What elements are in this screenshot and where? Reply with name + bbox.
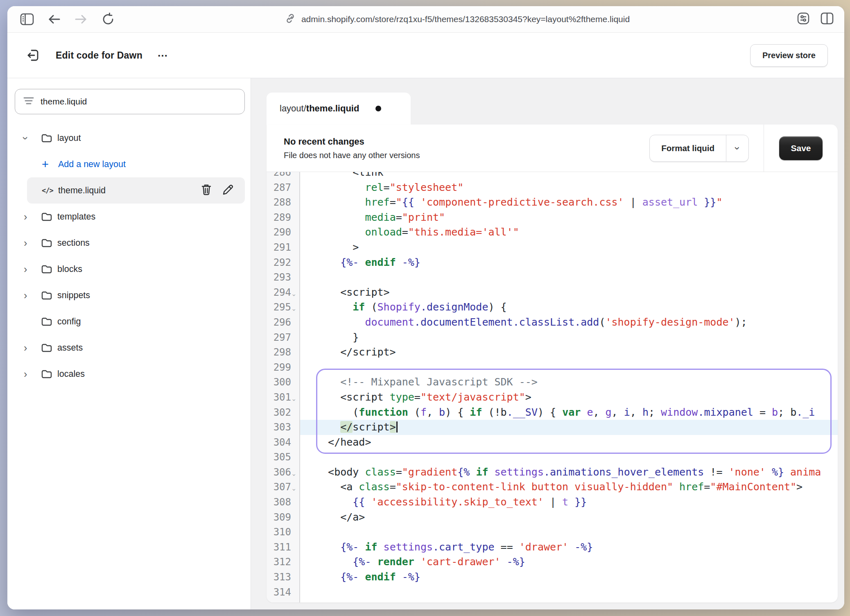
code-line-304[interactable]: </head> xyxy=(300,435,838,450)
editor-card: No recent changes File does not have any… xyxy=(267,125,838,602)
line-number-gutter: 286287288289290291292293294›295›29629729… xyxy=(267,172,300,602)
address-bar[interactable]: admin.shopify.com/store/rzq1xu-f5/themes… xyxy=(126,13,789,25)
tab-theme-liquid[interactable]: layout/theme.liquid xyxy=(267,93,411,125)
reload-icon[interactable] xyxy=(99,10,117,28)
format-liquid-button[interactable]: Format liquid xyxy=(650,135,726,161)
sidebar-item-config[interactable]: config xyxy=(15,308,245,335)
sidebar-item-theme-liquid[interactable]: </>theme.liquid xyxy=(27,177,245,204)
line-number: 303 xyxy=(267,420,299,435)
sidebar-item-layout[interactable]: ›layout xyxy=(15,125,245,151)
code-line-307[interactable]: <a class="skip-to-content-link button vi… xyxy=(300,480,838,495)
line-number: 315 xyxy=(267,600,299,602)
code-line-310[interactable] xyxy=(300,525,838,540)
folder-icon xyxy=(41,264,57,274)
sidebar-item-locales[interactable]: ›locales xyxy=(15,361,245,387)
code-line-291[interactable]: > xyxy=(300,240,838,255)
code-line-311[interactable]: {%- if settings.cart_type == 'drawer' -%… xyxy=(300,540,838,555)
code-line-295[interactable]: if (Shopify.designMode) { xyxy=(300,300,838,315)
sidebar-item-label: assets xyxy=(57,343,83,353)
sidebar-item-label: templates xyxy=(57,212,95,222)
line-number: 311 xyxy=(267,540,299,555)
code-line-300[interactable]: <!-- Mixpanel Javascript SDK --> xyxy=(300,375,838,390)
sidebar-item-sections[interactable]: ›sections xyxy=(15,230,245,256)
fold-chevron-icon: › xyxy=(287,486,300,492)
sidebar-toggle-icon[interactable] xyxy=(18,10,36,28)
sidebar-item-label: sections xyxy=(57,238,90,248)
sidebar-item-label: Add a new layout xyxy=(58,159,126,170)
line-number: 313 xyxy=(267,570,299,585)
fold-chevron-icon: › xyxy=(287,306,300,312)
code-line-299[interactable] xyxy=(300,360,838,375)
line-number[interactable]: 295› xyxy=(267,300,299,315)
code-line-290[interactable]: onload="this.media='all'" xyxy=(300,225,838,240)
code-line-296[interactable]: document.documentElement.classList.add('… xyxy=(300,315,838,330)
line-number: 288 xyxy=(267,195,299,210)
chevron-down-icon[interactable]: › xyxy=(24,132,41,144)
folder-icon xyxy=(41,238,57,248)
code-line-289[interactable]: media="print" xyxy=(300,210,838,225)
fold-chevron-icon: › xyxy=(287,396,300,402)
chevron-right-icon[interactable]: › xyxy=(24,342,41,354)
overflow-menu-button[interactable]: … xyxy=(157,51,169,60)
line-number: 287 xyxy=(267,180,299,195)
sidebar-item-snippets[interactable]: ›snippets xyxy=(15,282,245,308)
code-line-315[interactable]: {{ content_for_header }} xyxy=(300,600,838,602)
trash-icon[interactable] xyxy=(201,183,212,197)
line-number[interactable]: 294› xyxy=(267,285,299,300)
line-number[interactable]: 301› xyxy=(267,390,299,405)
back-icon[interactable] xyxy=(45,10,63,28)
preview-store-button[interactable]: Preview store xyxy=(750,44,828,67)
chevron-right-icon[interactable]: › xyxy=(24,368,41,380)
code-file-icon: </> xyxy=(42,186,58,195)
forward-icon[interactable] xyxy=(72,10,90,28)
header-divider xyxy=(764,125,764,172)
page-title: Edit code for Dawn xyxy=(56,50,142,61)
save-button[interactable]: Save xyxy=(779,136,823,160)
code-line-306[interactable]: <body class="gradient{% if settings.anim… xyxy=(300,465,838,480)
sidebar-item-templates[interactable]: ›templates xyxy=(15,204,245,230)
exit-icon[interactable] xyxy=(24,46,43,65)
code-line-303[interactable]: </script> xyxy=(300,420,838,435)
code-line-309[interactable]: </a> xyxy=(300,510,838,525)
code-line-288[interactable]: href="{{ 'component-predictive-search.cs… xyxy=(300,195,838,210)
code-line-312[interactable]: {%- render 'cart-drawer' -%} xyxy=(300,555,838,570)
split-view-icon[interactable] xyxy=(821,12,834,26)
chevron-right-icon[interactable]: › xyxy=(24,211,41,223)
sidebar-item-assets[interactable]: ›assets xyxy=(15,335,245,361)
code-line-301[interactable]: <script type="text/javascript"> xyxy=(300,390,838,405)
code-line-308[interactable]: {{ 'accessibility.skip_to_text' | t }} xyxy=(300,495,838,510)
code-line-297[interactable]: } xyxy=(300,330,838,345)
chevron-right-icon[interactable]: › xyxy=(24,237,41,249)
sidebar-item-label: theme.liquid xyxy=(58,186,106,196)
tab-file-name: theme.liquid xyxy=(306,103,359,114)
code-line-314[interactable] xyxy=(300,585,838,600)
code-line-305[interactable] xyxy=(300,450,838,465)
line-number[interactable]: 306› xyxy=(267,465,299,480)
code-line-293[interactable] xyxy=(300,270,838,285)
code-line-302[interactable]: (function (f, b) { if (!b.__SV) { var e,… xyxy=(300,405,838,420)
file-tree: ›layout+Add a new layout</>theme.liquid›… xyxy=(15,125,245,387)
line-number: 299 xyxy=(267,360,299,375)
chevron-right-icon[interactable]: › xyxy=(24,263,41,275)
code-line-287[interactable]: rel="stylesheet" xyxy=(300,180,838,195)
code-line-313[interactable]: {%- endif -%} xyxy=(300,570,838,585)
chevron-right-icon[interactable]: › xyxy=(24,290,41,301)
line-number: 298 xyxy=(267,345,299,360)
file-search-input[interactable]: theme.liquid xyxy=(15,89,245,114)
page-header: Edit code for Dawn … Preview store xyxy=(7,33,844,78)
code-line-298[interactable]: </script> xyxy=(300,345,838,360)
format-liquid-dropdown[interactable]: › xyxy=(726,135,748,161)
text-cursor xyxy=(396,421,398,433)
code-line-292[interactable]: {%- endif -%} xyxy=(300,255,838,270)
code-line-294[interactable]: <script> xyxy=(300,285,838,300)
code-line-286[interactable]: <link xyxy=(300,172,838,180)
page-settings-icon[interactable] xyxy=(797,12,810,27)
line-number: 291 xyxy=(267,240,299,255)
line-number[interactable]: 307› xyxy=(267,480,299,495)
code-editor[interactable]: 286287288289290291292293294›295›29629729… xyxy=(267,172,838,602)
sidebar-item-blocks[interactable]: ›blocks xyxy=(15,256,245,282)
unsaved-dot xyxy=(375,106,381,111)
sidebar-item-add-a-new-layout[interactable]: +Add a new layout xyxy=(15,151,245,177)
pencil-icon[interactable] xyxy=(222,183,234,197)
code-pane[interactable]: <link rel="stylesheet" href="{{ 'compone… xyxy=(300,172,838,602)
